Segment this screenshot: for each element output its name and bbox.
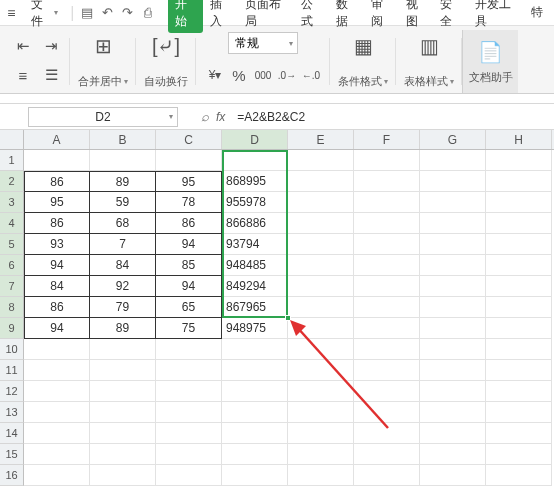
align-icon[interactable]: ≡ xyxy=(12,64,34,86)
cell-H8[interactable] xyxy=(486,297,552,318)
decimal-inc-icon[interactable]: .0→ xyxy=(276,64,298,86)
tab-开发工具[interactable]: 开发工具 xyxy=(468,0,524,33)
cell-H1[interactable] xyxy=(486,150,552,171)
cell-D7[interactable]: 849294 xyxy=(222,276,288,297)
cell-D14[interactable] xyxy=(222,423,288,444)
cell-C1[interactable] xyxy=(156,150,222,171)
cell-B6[interactable]: 84 xyxy=(90,255,156,276)
indent-decrease-icon[interactable]: ⇤ xyxy=(12,35,34,57)
cell-C11[interactable] xyxy=(156,360,222,381)
row-header-11[interactable]: 11 xyxy=(0,360,24,381)
comma-icon[interactable]: 000 xyxy=(252,64,274,86)
cell-F8[interactable] xyxy=(354,297,420,318)
cell-C4[interactable]: 86 xyxy=(156,213,222,234)
cell-G10[interactable] xyxy=(420,339,486,360)
cell-D3[interactable]: 955978 xyxy=(222,192,288,213)
formula-input[interactable]: =A2&B2&C2 xyxy=(231,107,554,127)
cell-F16[interactable] xyxy=(354,465,420,486)
cell-E7[interactable] xyxy=(288,276,354,297)
cell-G11[interactable] xyxy=(420,360,486,381)
cell-E11[interactable] xyxy=(288,360,354,381)
cell-F15[interactable] xyxy=(354,444,420,465)
print-icon[interactable]: ⎙ xyxy=(140,4,157,22)
cell-B16[interactable] xyxy=(90,465,156,486)
col-header-A[interactable]: A xyxy=(24,130,90,149)
cell-D16[interactable] xyxy=(222,465,288,486)
cell-H11[interactable] xyxy=(486,360,552,381)
cell-G3[interactable] xyxy=(420,192,486,213)
menu-icon[interactable]: ≡ xyxy=(4,5,19,21)
tab-安全[interactable]: 安全 xyxy=(433,0,468,33)
cell-F12[interactable] xyxy=(354,381,420,402)
col-header-E[interactable]: E xyxy=(288,130,354,149)
cell-C9[interactable]: 75 xyxy=(156,318,222,339)
undo-icon[interactable]: ↶ xyxy=(99,4,116,22)
row-header-13[interactable]: 13 xyxy=(0,402,24,423)
cell-A6[interactable]: 94 xyxy=(24,255,90,276)
cell-B11[interactable] xyxy=(90,360,156,381)
cell-H15[interactable] xyxy=(486,444,552,465)
cell-C5[interactable]: 94 xyxy=(156,234,222,255)
cell-E5[interactable] xyxy=(288,234,354,255)
cell-G15[interactable] xyxy=(420,444,486,465)
cell-F1[interactable] xyxy=(354,150,420,171)
cell-A11[interactable] xyxy=(24,360,90,381)
col-header-H[interactable]: H xyxy=(486,130,552,149)
cell-E4[interactable] xyxy=(288,213,354,234)
tab-公式[interactable]: 公式 xyxy=(294,0,329,33)
cell-D12[interactable] xyxy=(222,381,288,402)
doc-helper-button[interactable]: 📄 文档助手 xyxy=(462,30,518,93)
cell-B7[interactable]: 92 xyxy=(90,276,156,297)
table-style-label[interactable]: 表格样式▾ xyxy=(404,74,454,89)
decimal-dec-icon[interactable]: ←.0 xyxy=(300,64,322,86)
cell-C15[interactable] xyxy=(156,444,222,465)
cell-B15[interactable] xyxy=(90,444,156,465)
row-header-9[interactable]: 9 xyxy=(0,318,24,339)
cell-B8[interactable]: 79 xyxy=(90,297,156,318)
row-header-16[interactable]: 16 xyxy=(0,465,24,486)
col-header-F[interactable]: F xyxy=(354,130,420,149)
cell-H12[interactable] xyxy=(486,381,552,402)
cell-D11[interactable] xyxy=(222,360,288,381)
cell-G1[interactable] xyxy=(420,150,486,171)
tab-插入[interactable]: 插入 xyxy=(203,0,238,33)
percent-icon[interactable]: % xyxy=(228,64,250,86)
cell-A8[interactable]: 86 xyxy=(24,297,90,318)
cell-E6[interactable] xyxy=(288,255,354,276)
cell-F11[interactable] xyxy=(354,360,420,381)
cell-C10[interactable] xyxy=(156,339,222,360)
cell-F10[interactable] xyxy=(354,339,420,360)
cell-B13[interactable] xyxy=(90,402,156,423)
cell-C16[interactable] xyxy=(156,465,222,486)
select-all-corner[interactable] xyxy=(0,130,24,149)
save-icon[interactable]: ▤ xyxy=(78,4,95,22)
cell-E3[interactable] xyxy=(288,192,354,213)
cell-D9[interactable]: 948975 xyxy=(222,318,288,339)
cell-A12[interactable] xyxy=(24,381,90,402)
fx-icon[interactable]: ⌕ xyxy=(196,109,214,124)
cell-G5[interactable] xyxy=(420,234,486,255)
spreadsheet-grid[interactable]: ABCDEFGH 1286899586899539559789559784866… xyxy=(0,130,554,486)
cell-D1[interactable] xyxy=(222,150,288,171)
cell-D13[interactable] xyxy=(222,402,288,423)
cell-A15[interactable] xyxy=(24,444,90,465)
cell-E8[interactable] xyxy=(288,297,354,318)
cell-A14[interactable] xyxy=(24,423,90,444)
cell-H7[interactable] xyxy=(486,276,552,297)
cell-C8[interactable]: 65 xyxy=(156,297,222,318)
cell-C13[interactable] xyxy=(156,402,222,423)
cell-H4[interactable] xyxy=(486,213,552,234)
col-header-D[interactable]: D xyxy=(222,130,288,149)
row-header-2[interactable]: 2 xyxy=(0,171,24,192)
cell-D10[interactable] xyxy=(222,339,288,360)
cell-G13[interactable] xyxy=(420,402,486,423)
tab-页面布局[interactable]: 页面布局 xyxy=(238,0,294,33)
row-header-12[interactable]: 12 xyxy=(0,381,24,402)
cell-D8[interactable]: 867965 xyxy=(222,297,288,318)
col-header-C[interactable]: C xyxy=(156,130,222,149)
cell-B3[interactable]: 59 xyxy=(90,192,156,213)
cell-A2[interactable]: 86 xyxy=(24,171,90,192)
merge-icon[interactable]: ⊞ xyxy=(89,32,117,60)
cond-format-label[interactable]: 条件格式▾ xyxy=(338,74,388,89)
tab-视图[interactable]: 视图 xyxy=(399,0,434,33)
